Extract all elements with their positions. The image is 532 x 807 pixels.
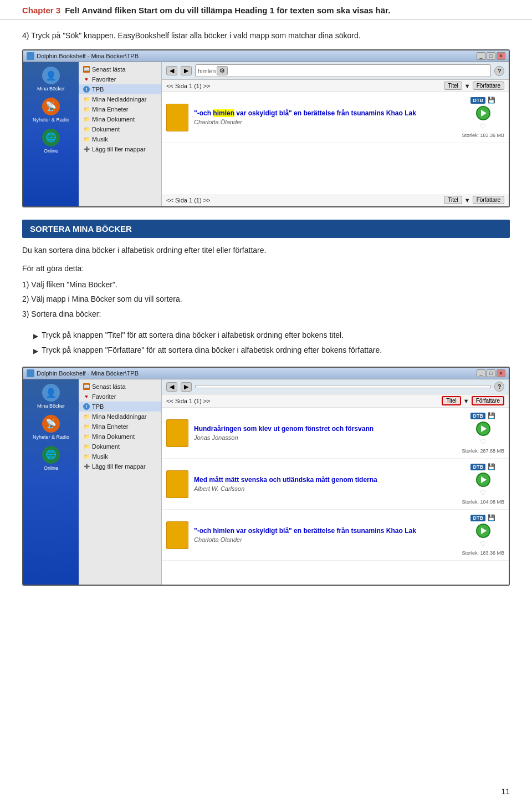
tpb-icon: t [83,86,90,93]
for-att-text: För att göra detta: [22,264,510,273]
folder-icon-2-5: 📁 [83,453,90,460]
sort-title-button-bottom-1[interactable]: Titel [444,196,462,204]
book-list-2: Hundraåringen som klev ut genom fönstret… [162,408,509,585]
book-cover-2-3 [166,521,188,549]
dtb-badge-2-3: DTB [470,515,485,521]
sort-author-button-bottom-1[interactable]: Författare [473,196,504,204]
back-button-2[interactable]: ◀ [166,382,177,392]
titlebar-controls-2[interactable]: _ □ ✕ [477,369,505,377]
sort-controls-1: Titel ▼ Författare [444,82,504,90]
back-button-1[interactable]: ◀ [166,66,177,75]
app-toolbar-2: ◀ ▶ ? [162,379,509,394]
sort-title-button-2[interactable]: Titel [442,396,461,405]
sidebar-item-mina-bocker[interactable]: 👤 Mina Böcker [37,67,65,92]
help-button-1[interactable]: ? [494,66,504,76]
titlebar-controls-1[interactable]: _ □ ✕ [477,52,505,60]
maximize-button-1[interactable]: □ [487,52,495,60]
book-size-2-3: Storlek: 183.36 MB [462,550,504,556]
step-1: 1) Välj fliken "Mina Böcker". [22,277,510,292]
nav-mina-dokument[interactable]: 📁 Mina Dokument [79,114,161,124]
step-2: 2) Välj mapp i Mina Böcker som du vill s… [22,292,510,306]
save-icon-2-2: 💾 [488,463,495,470]
app-nav-2: 📖 Senast lästa ♥ Favoriter t TPB 📁 Mina … [79,379,162,585]
folder-icon-2: 📁 [83,106,90,113]
play-button-2-3[interactable] [476,524,490,538]
close-button-1[interactable]: ✕ [497,52,505,60]
chapter-label: Chapter 3 [22,6,60,15]
book-title-2-3: "-och himlen var oskyldigt blå" en berät… [194,527,456,536]
book-author-1: Charlotta Ölander [194,119,456,125]
heart-icon-2-1[interactable]: ♡ [480,438,486,446]
book-author-2-3: Charlotta Ölander [194,536,456,543]
step4-text: 4) Tryck på "Sök" knappen. EasyBookshelf… [22,30,510,42]
book-info-2-1: Hundraåringen som klev ut genom fönstret… [194,425,456,441]
bullet-item-2: ▶ Tryck på knappen "Författare" för att … [33,343,510,358]
maximize-button-2[interactable]: □ [487,369,495,377]
nav-lagg-till-2[interactable]: ➕ Lägg till fler mappar [79,461,161,471]
nav-dokument[interactable]: 📁 Dokument [79,124,161,134]
nav-mina-enheter-2[interactable]: 📁 Mina Enheter [79,422,161,432]
close-button-2[interactable]: ✕ [497,369,505,377]
heart-icon-2-3[interactable]: ♡ [480,540,486,548]
app-content-1: << Sida 1 (1) >> Titel ▼ Författare [162,80,509,206]
nav-tpb-2[interactable]: t TPB [79,402,161,412]
play-button-1[interactable] [476,106,490,120]
search-text-1: himlen [198,68,216,74]
heart-icon-2-2[interactable]: ♡ [480,489,486,497]
app-icon-1 [27,52,34,60]
book-list-1: "-och himlen var oskyldigt blå" en berät… [162,92,509,194]
book-item-2-2: Med mått mätt svenska och utländska mått… [162,459,509,510]
play-button-2-1[interactable] [476,422,490,436]
folder-icon-2-2: 📁 [83,423,90,430]
bullet-arrow-1: ▶ [33,331,38,341]
play-button-2-2[interactable] [476,473,490,487]
nav-musik-2[interactable]: 📁 Musik [79,451,161,461]
book-info-2-3: "-och himlen var oskyldigt blå" en berät… [194,527,456,544]
mina-bocker-icon-2: 👤 [42,384,60,402]
folder-icon-4: 📁 [83,126,90,133]
folder-icon-2-1: 📁 [83,413,90,420]
bullet-list: ▶ Tryck på knappen "Titel" för att sorte… [33,328,510,358]
nav-musik[interactable]: 📁 Musik [79,134,161,144]
app-toolbar-1: ◀ ▶ himlen ⚙ ? [162,62,509,80]
sidebar-label-online-2: Online [44,465,58,471]
book-icon-2: 📖 [83,383,90,390]
heart-icon-1[interactable]: ♡ [480,123,486,130]
nav-favoriter-2[interactable]: ♥ Favoriter [79,392,161,402]
minimize-button-2[interactable]: _ [477,369,485,377]
nav-dokument-2[interactable]: 📁 Dokument [79,441,161,451]
book-size-2-1: Storlek: 287.68 MB [462,448,504,454]
nav-mina-enheter[interactable]: 📁 Mina Enheter [79,104,161,114]
nav-lagg-till[interactable]: ➕ Lägg till fler mappar [79,144,161,154]
app-window-1: Dolphin Bookshelf - Mina Böcker\TPB _ □ … [22,49,510,207]
nav-senast-lasta-2[interactable]: 📖 Senast lästa [79,382,161,392]
sidebar-label-mina-bocker-2: Mina Böcker [37,403,65,409]
pagination-text-2: << Sida 1 (1) >> [166,398,211,404]
step-1-num: 1) [22,280,31,289]
minimize-button-1[interactable]: _ [477,52,485,60]
nav-mina-nedladdningar-2[interactable]: 📁 Mina Nedladdningar [79,412,161,422]
forward-button-1[interactable]: ▶ [181,66,192,75]
steps-list: 1) Välj fliken "Mina Böcker". 2) Välj ma… [22,277,510,321]
online-icon: 🌐 [42,129,60,146]
sort-author-button-2[interactable]: Författare [472,396,504,405]
nav-senast-lasta[interactable]: 📖 Senast lästa [79,64,161,74]
sidebar-item-nyheter-2[interactable]: 📡 Nyheter & Radio [33,415,69,440]
nav-favoriter[interactable]: ♥ Favoriter [79,74,161,84]
nav-mina-nedladdningar[interactable]: 📁 Mina Nedladdningar [79,94,161,104]
book-title-2-2: Med mått mätt svenska och utländska mått… [194,476,456,485]
sort-author-button-1[interactable]: Författare [473,82,504,90]
help-button-2[interactable]: ? [494,382,504,392]
nav-mina-dokument-2[interactable]: 📁 Mina Dokument [79,432,161,441]
nav-tpb[interactable]: t TPB [79,84,161,94]
sort-title-button-1[interactable]: Titel [444,82,462,90]
plus-icon-2: ➕ [83,463,90,470]
sidebar-item-nyheter[interactable]: 📡 Nyheter & Radio [33,98,69,123]
sidebar-item-mina-bocker-2[interactable]: 👤 Mina Böcker [37,384,65,409]
sidebar-label-nyheter: Nyheter & Radio [33,117,69,123]
search-go-button-1[interactable]: ⚙ [217,66,228,75]
forward-button-2[interactable]: ▶ [181,382,192,392]
sidebar-item-online-2[interactable]: 🌐 Online [42,446,60,471]
app-sidebar-1: 👤 Mina Böcker 📡 Nyheter & Radio 🌐 Online [23,62,79,206]
sidebar-item-online[interactable]: 🌐 Online [42,129,60,154]
